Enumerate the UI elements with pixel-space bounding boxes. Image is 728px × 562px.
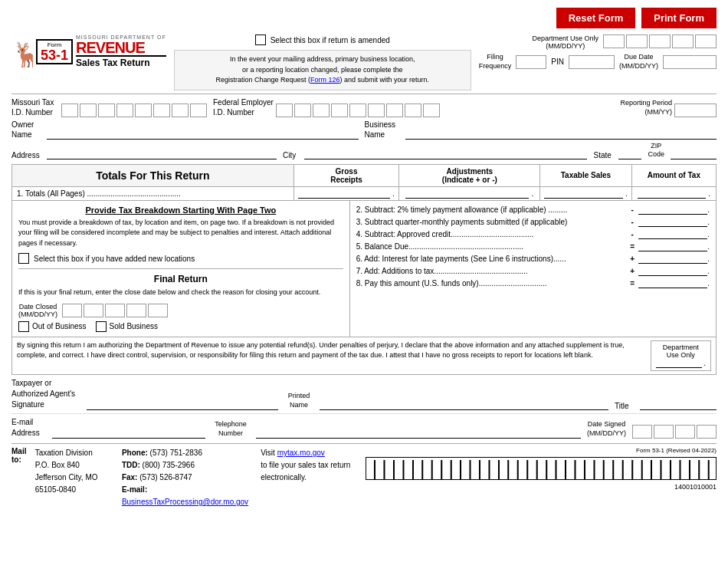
reporting-period-input[interactable] bbox=[674, 104, 717, 117]
print-button[interactable]: Print Form bbox=[641, 8, 717, 28]
taxpayer-sig-input[interactable] bbox=[87, 401, 278, 410]
email-addr-label: E-mailAddress bbox=[11, 417, 46, 439]
out-of-business-checkbox[interactable] bbox=[18, 321, 29, 332]
line4-label: 4. Subtract: Approved credit............… bbox=[356, 230, 627, 238]
fed-box1[interactable] bbox=[276, 104, 293, 117]
dept-use-box3[interactable] bbox=[649, 35, 671, 48]
barcode-number: 14001010001 bbox=[674, 483, 717, 491]
fed-box7[interactable] bbox=[386, 104, 403, 117]
form126-link[interactable]: Form 126 bbox=[310, 76, 340, 84]
line8-op: = bbox=[626, 279, 638, 288]
date-closed-box1[interactable] bbox=[62, 304, 82, 317]
totals-adj-input[interactable] bbox=[405, 189, 529, 199]
form-badge: Form 53-1 bbox=[36, 39, 73, 64]
new-loc-checkbox[interactable] bbox=[18, 253, 29, 264]
new-loc-label: Select this box if you have added new lo… bbox=[34, 255, 195, 263]
state-label: State bbox=[593, 151, 612, 159]
mo-tax-box8[interactable] bbox=[190, 104, 207, 117]
business-name-input[interactable] bbox=[405, 130, 717, 140]
totals-taxable-input[interactable] bbox=[544, 189, 623, 199]
line5-op: = bbox=[626, 242, 638, 251]
taxable-sales-header: Taxable Sales bbox=[540, 164, 631, 186]
date-closed-box5[interactable] bbox=[148, 304, 168, 317]
mail-email-link[interactable]: BusinessTaxProcessing@dor.mo.gov bbox=[122, 498, 248, 506]
out-of-business-label: Out of Business bbox=[32, 322, 87, 330]
mo-tax-box1[interactable] bbox=[61, 104, 78, 117]
pin-input[interactable] bbox=[569, 55, 615, 69]
dept-use-box1[interactable] bbox=[603, 35, 625, 48]
dept-use-box4[interactable] bbox=[672, 35, 694, 48]
date-closed-format: (MM/DD/YY) bbox=[18, 311, 57, 318]
fed-box8[interactable] bbox=[405, 104, 421, 117]
line6-input[interactable] bbox=[638, 255, 707, 264]
totals-gross-input[interactable] bbox=[298, 189, 390, 199]
title-input[interactable] bbox=[640, 401, 717, 410]
revenue-label: REVENUE bbox=[76, 40, 166, 55]
date-signed-box4[interactable] bbox=[697, 425, 717, 439]
signature-notice: By signing this return I am authorizing … bbox=[17, 340, 646, 361]
date-signed-box2[interactable] bbox=[654, 425, 674, 439]
line3-op: - bbox=[626, 218, 638, 226]
line4-op: - bbox=[626, 230, 638, 238]
owner-name-input[interactable] bbox=[47, 130, 359, 140]
mytax-link[interactable]: mytax.mo.gov bbox=[277, 449, 325, 457]
line8-input[interactable] bbox=[638, 279, 707, 288]
mo-tax-box5[interactable] bbox=[135, 104, 152, 117]
line4-input[interactable] bbox=[638, 230, 707, 239]
line2-input[interactable] bbox=[638, 205, 707, 215]
fed-box2[interactable] bbox=[294, 104, 311, 117]
telephone-input[interactable] bbox=[256, 429, 581, 439]
city-label: City bbox=[283, 151, 298, 159]
line2-op: - bbox=[626, 205, 638, 214]
date-closed-box4[interactable] bbox=[126, 304, 146, 317]
fed-box9[interactable] bbox=[423, 104, 440, 117]
totals-title: Totals For This Return bbox=[12, 164, 294, 186]
mail-to-label: Mail to: bbox=[11, 447, 31, 508]
date-closed-box3[interactable] bbox=[105, 304, 125, 317]
dept-use-box5[interactable] bbox=[695, 35, 717, 48]
gross-receipts-header: GrossReceipts bbox=[293, 164, 399, 186]
mo-tax-box6[interactable] bbox=[153, 104, 170, 117]
address-input[interactable] bbox=[47, 150, 277, 159]
mo-tax-box7[interactable] bbox=[172, 104, 189, 117]
line7-op: + bbox=[626, 267, 638, 275]
state-input[interactable] bbox=[618, 150, 641, 159]
reset-button[interactable]: Reset Form bbox=[556, 8, 636, 28]
due-date-input[interactable] bbox=[663, 55, 717, 69]
fed-box5[interactable] bbox=[349, 104, 366, 117]
filing-freq-label: FilingFrequency bbox=[479, 53, 512, 71]
dept-use-box2[interactable] bbox=[626, 35, 648, 48]
sold-business-checkbox[interactable] bbox=[96, 321, 107, 332]
fed-box4[interactable] bbox=[331, 104, 348, 117]
line7-input[interactable] bbox=[638, 267, 707, 276]
line3-input[interactable] bbox=[638, 218, 707, 227]
filing-freq-input[interactable] bbox=[516, 55, 546, 69]
mo-tax-box2[interactable] bbox=[80, 104, 97, 117]
totals-tax-input[interactable] bbox=[638, 189, 707, 199]
provide-tax-title: Provide Tax Breakdown Starting With Page… bbox=[18, 205, 343, 215]
line5-input[interactable] bbox=[638, 242, 707, 251]
printed-name-input[interactable] bbox=[320, 401, 608, 410]
date-signed-box3[interactable] bbox=[675, 425, 695, 439]
fed-box6[interactable] bbox=[368, 104, 385, 117]
form-number: 53-1 bbox=[41, 48, 68, 62]
date-closed-box2[interactable] bbox=[84, 304, 103, 317]
logo-area: 🦌 Form 53-1 MISSOURI DEPARTMENT OF REVEN… bbox=[11, 35, 166, 70]
line5-label: 5. Balance Due..........................… bbox=[356, 242, 627, 251]
dept-use-sig-input[interactable] bbox=[656, 359, 702, 368]
city-input[interactable] bbox=[304, 150, 587, 159]
sold-business-label: Sold Business bbox=[110, 322, 158, 330]
amended-checkbox[interactable] bbox=[255, 35, 266, 45]
due-date-label: Due Date(MM/DD/YY) bbox=[619, 53, 658, 71]
email-input[interactable] bbox=[52, 429, 205, 439]
date-signed-box1[interactable] bbox=[632, 425, 652, 439]
line7-label: 7. Add: Additions to tax................… bbox=[356, 267, 627, 275]
mo-tax-box3[interactable] bbox=[98, 104, 115, 117]
reporting-period-label: Reporting Period(MM/YY) bbox=[620, 99, 672, 117]
zip-input[interactable] bbox=[671, 150, 717, 159]
mo-tax-box4[interactable] bbox=[116, 104, 133, 117]
fed-box3[interactable] bbox=[313, 104, 330, 117]
date-signed-label: Date Signed(MM/DD/YY) bbox=[587, 419, 626, 439]
federal-label: Federal EmployerI.D. Number bbox=[213, 97, 274, 117]
svg-text:🦌: 🦌 bbox=[11, 41, 33, 67]
